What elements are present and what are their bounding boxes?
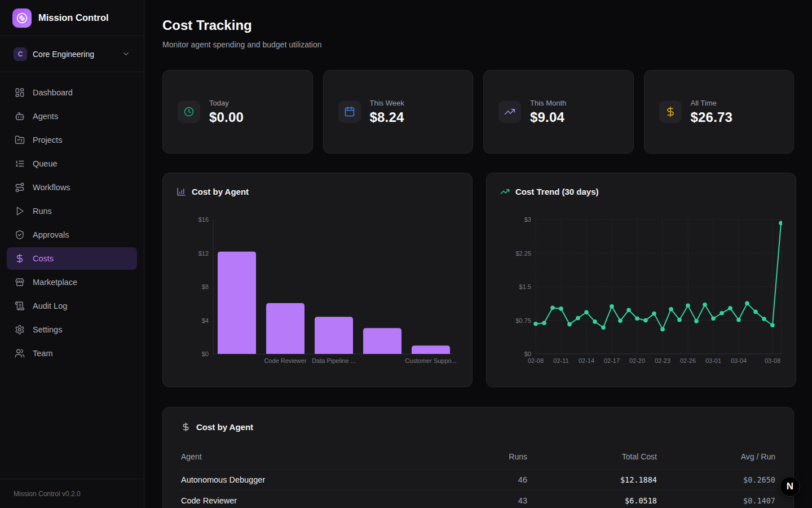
cost-table: Agent Runs Total Cost Avg / Run Autonomo… (181, 446, 775, 508)
cost-trend-line-chart: $3$2.25$1.5$0.75$002-0802-1102-1402-1702… (500, 216, 782, 368)
sidebar-item-label: Workflows (33, 183, 70, 192)
stat-value: $0.00 (209, 110, 244, 125)
sidebar-item-approvals[interactable]: Approvals (7, 224, 137, 246)
sidebar-item-team[interactable]: Team (7, 342, 137, 365)
dollar-icon (659, 100, 682, 123)
dashboard-icon (15, 87, 25, 98)
trending-up-icon (498, 100, 521, 123)
sidebar-item-label: Marketplace (33, 278, 77, 287)
table-header-row: Agent Runs Total Cost Avg / Run (181, 446, 775, 470)
folder-icon (15, 135, 25, 145)
svg-text:$1.5: $1.5 (519, 283, 531, 290)
cell-runs: 43 (443, 491, 527, 508)
app-logo (12, 8, 32, 28)
cell-avg-per-run: $0.2650 (657, 470, 775, 491)
svg-text:$0.75: $0.75 (515, 317, 531, 324)
nextjs-dev-badge[interactable]: N (780, 476, 800, 497)
sidebar-item-label: Agents (33, 112, 58, 121)
sidebar-item-label: Dashboard (33, 88, 73, 97)
sidebar-item-workflows[interactable]: Workflows (7, 176, 137, 199)
stat-card-this-week: This Week$8.24 (323, 70, 474, 154)
sidebar-item-settings[interactable]: Settings (7, 318, 137, 341)
sidebar: Mission Control C Core Engineering Dashb… (0, 0, 144, 508)
sidebar-footer: Mission Control v0.2.0 (0, 479, 144, 508)
svg-text:Data Pipeline ...: Data Pipeline ... (312, 357, 356, 364)
stat-card-today: Today$0.00 (162, 70, 313, 154)
svg-text:$0: $0 (524, 351, 531, 357)
sidebar-item-label: Queue (33, 159, 58, 168)
svg-text:02-26: 02-26 (680, 357, 696, 364)
app-logo-row: Mission Control (0, 0, 144, 36)
sidebar-nav: DashboardAgentsProjectsQueueWorkflowsRun… (0, 72, 144, 479)
nextjs-logo: N (787, 481, 793, 492)
stats-row: Today$0.00This Week$8.24This Month$9.04A… (162, 70, 794, 154)
stat-value: $9.04 (530, 110, 566, 125)
svg-text:02-17: 02-17 (604, 357, 620, 364)
page-subtitle: Monitor agent spending and budget utiliz… (162, 39, 794, 50)
cost-trend-chart-card: Cost Trend (30 days) $3$2.25$1.5$0.75$00… (486, 173, 796, 387)
sidebar-item-queue[interactable]: Queue (7, 152, 137, 175)
table-header: Cost by Agent (181, 422, 775, 432)
stat-label: This Month (530, 99, 566, 107)
svg-text:$3: $3 (524, 216, 531, 223)
workspace-badge: C (14, 47, 27, 61)
gear-icon (15, 325, 25, 335)
cell-agent: Code Reviewer (181, 491, 443, 508)
page-title: Cost Tracking (162, 17, 794, 34)
cell-total-cost: $12.1884 (527, 470, 657, 491)
disc-icon (16, 12, 28, 24)
svg-text:03-08: 03-08 (765, 357, 780, 364)
sidebar-item-dashboard[interactable]: Dashboard (7, 81, 137, 104)
stat-label: All Time (691, 99, 733, 107)
table-row: Autonomous Debugger46$12.1884$0.2650 (181, 470, 775, 491)
sidebar-item-projects[interactable]: Projects (7, 129, 137, 151)
svg-text:$4: $4 (202, 317, 209, 324)
cost-table-card: Cost by Agent Agent Runs Total Cost Avg … (162, 407, 794, 508)
svg-text:02-23: 02-23 (655, 357, 670, 364)
cell-runs: 46 (443, 470, 527, 491)
shield-check-icon (15, 230, 25, 240)
stat-card-all-time: All Time$26.73 (644, 70, 795, 154)
list-ordered-icon (15, 159, 25, 169)
sidebar-item-audit-log[interactable]: Audit Log (7, 295, 137, 317)
sidebar-item-agents[interactable]: Agents (7, 105, 137, 128)
scroll-icon (15, 301, 25, 311)
sidebar-item-label: Approvals (33, 230, 69, 239)
svg-text:$8: $8 (202, 283, 209, 290)
svg-text:Code Reviewer: Code Reviewer (264, 357, 307, 364)
sidebar-item-runs[interactable]: Runs (7, 200, 137, 222)
sidebar-item-label: Costs (33, 254, 54, 263)
svg-text:03-01: 03-01 (705, 357, 721, 364)
chevron-down-icon (122, 50, 130, 58)
sidebar-item-costs[interactable]: Costs (7, 247, 137, 270)
bar-chart-icon (176, 187, 186, 196)
svg-text:$12: $12 (198, 250, 209, 257)
robot-icon (15, 111, 25, 121)
stat-label: Today (209, 99, 244, 107)
charts-row: Cost by Agent $16$12$8$4$0Code ReviewerD… (162, 173, 794, 387)
cell-total-cost: $6.0518 (527, 491, 657, 508)
svg-text:02-11: 02-11 (553, 357, 568, 364)
dollar-icon (15, 253, 25, 264)
workspace-selector[interactable]: C Core Engineering (0, 36, 144, 72)
chart-header: Cost Trend (30 days) (500, 187, 782, 196)
sidebar-item-label: Audit Log (33, 301, 67, 310)
chart-header: Cost by Agent (176, 187, 458, 196)
play-icon (15, 206, 25, 216)
svg-text:02-14: 02-14 (579, 357, 594, 364)
svg-text:$0: $0 (202, 351, 209, 357)
column-header-avg-run: Avg / Run (657, 446, 775, 470)
calendar-icon (338, 100, 361, 123)
cost-by-agent-chart-card: Cost by Agent $16$12$8$4$0Code ReviewerD… (162, 173, 473, 387)
svg-text:$16: $16 (198, 216, 209, 223)
dollar-icon (181, 422, 191, 432)
store-icon (15, 277, 25, 287)
workspace-name: Core Engineering (33, 50, 116, 59)
sidebar-item-label: Runs (33, 207, 52, 216)
users-icon (15, 348, 25, 358)
app-title: Mission Control (38, 12, 109, 23)
main-content: Cost Tracking Monitor agent spending and… (144, 0, 812, 508)
sidebar-item-marketplace[interactable]: Marketplace (7, 271, 137, 294)
cost-by-agent-bar-chart: $16$12$8$4$0Code ReviewerData Pipeline .… (176, 216, 458, 368)
route-icon (15, 182, 25, 192)
